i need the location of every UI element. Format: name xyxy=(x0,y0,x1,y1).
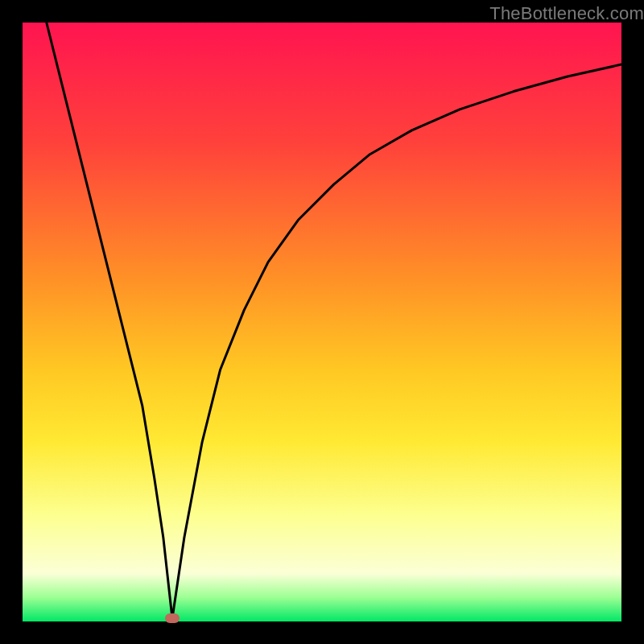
plot-svg xyxy=(23,23,621,621)
heat-gradient xyxy=(23,23,621,621)
plot-frame xyxy=(23,23,621,621)
optimum-marker xyxy=(165,613,180,623)
watermark-text: TheBottleneck.com xyxy=(489,3,644,24)
